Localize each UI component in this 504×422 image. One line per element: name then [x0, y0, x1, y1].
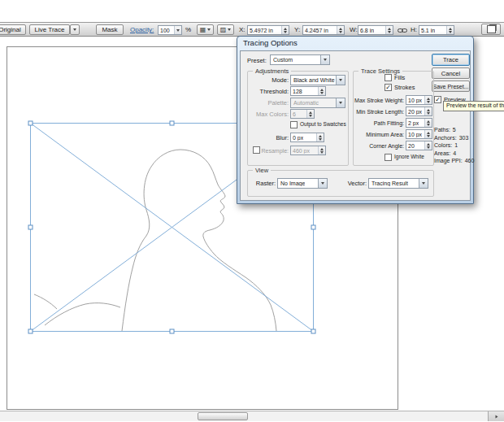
dialog-body: Preset: Custom Trace Cancel Save Preset.… [240, 50, 471, 201]
x-label: X: [239, 26, 245, 33]
minimum-area-stepper[interactable] [424, 130, 432, 138]
raster-dropdown[interactable]: No Image [277, 178, 328, 189]
w-stepper[interactable] [385, 26, 393, 34]
resample-checkbox[interactable] [253, 146, 260, 154]
x-stepper[interactable] [281, 26, 289, 34]
minimum-area-field[interactable]: 10 px [406, 129, 432, 139]
stepper-down-icon [320, 92, 324, 94]
raster-view-button[interactable]: ▦ [197, 24, 214, 35]
corner-angle-field[interactable]: 20 [406, 141, 432, 150]
trace-button[interactable]: Trace [432, 54, 470, 66]
opacity-link[interactable]: Opacity: [130, 26, 154, 33]
selection-handle[interactable] [311, 329, 315, 333]
fills-checkbox[interactable] [385, 74, 392, 81]
horizontal-scrollbar[interactable] [0, 411, 504, 421]
h-field[interactable]: 5.1 in [419, 25, 454, 35]
live-trace-button[interactable]: Live Trace [29, 24, 70, 35]
min-stroke-length-stepper[interactable] [424, 107, 432, 115]
threshold-field[interactable]: 128 [290, 86, 326, 96]
adjustments-legend: Adjustments [253, 67, 291, 75]
live-trace-presets-arrow[interactable] [70, 24, 80, 35]
stat-label: Image PPI: [434, 157, 463, 165]
h-label: H: [411, 26, 417, 33]
output-to-swatches-checkbox[interactable] [290, 121, 298, 128]
selection-handle[interactable] [28, 225, 33, 229]
dropdown-arrow [336, 98, 345, 107]
selection-handle[interactable] [311, 225, 315, 229]
stat-value: 303 [459, 134, 469, 142]
opacity-value: 100 [160, 28, 170, 33]
y-field[interactable]: 4.2457 in [302, 25, 345, 35]
resample-field: 460 px [290, 146, 326, 155]
ignore-white-checkbox[interactable] [385, 154, 392, 161]
blur-field[interactable]: 0 px [290, 133, 324, 142]
y-value: 4.2457 in [305, 28, 328, 33]
dock-panel-button[interactable] [481, 24, 501, 35]
h-stepper[interactable] [446, 26, 454, 34]
path-fitting-field[interactable]: 2 px [406, 118, 432, 128]
x-field[interactable]: 5.4972 in [247, 25, 289, 35]
chevron-down-icon [228, 28, 231, 31]
w-field[interactable]: 6.8 in [358, 25, 393, 35]
illustrator-window: Original Live Trace Mask Opacity: 100 % … [0, 0, 504, 422]
vector-dropdown[interactable]: Tracing Result [368, 178, 428, 189]
vector-value: Tracing Result [371, 181, 408, 186]
chevron-down-icon [339, 102, 342, 104]
strokes-label: Strokes [394, 84, 415, 91]
trace-stats: Paths:5 Anchors:303 Colors:1 Areas:4 Ima… [434, 126, 474, 165]
stepper-up-icon [427, 120, 430, 123]
original-view-button[interactable]: Original [0, 24, 26, 35]
selection-handle[interactable] [170, 329, 174, 333]
preset-dropdown[interactable]: Custom [270, 54, 330, 65]
resample-stepper [318, 146, 325, 154]
selection-handle[interactable] [28, 121, 33, 125]
opacity-dropdown[interactable] [174, 26, 181, 34]
mode-dropdown[interactable]: Black and White [290, 75, 345, 85]
max-colors-field: 6 [290, 109, 315, 119]
dropdown-arrow [419, 179, 428, 188]
max-stroke-weight-stepper[interactable] [424, 96, 432, 104]
stepper-up-icon [320, 89, 324, 91]
save-preset-button[interactable]: Save Preset... [432, 80, 470, 92]
stepper-down-icon [427, 146, 430, 149]
preview-checkbox[interactable]: ✓ [434, 96, 441, 103]
selection-handle[interactable] [170, 121, 174, 125]
y-label: Y: [294, 26, 300, 33]
stat-label: Paths: [434, 126, 450, 134]
chevron-down-icon [422, 182, 425, 185]
scrollbar-thumb[interactable] [198, 412, 248, 420]
palette-dropdown: Automatic [290, 98, 345, 108]
corner-angle-stepper[interactable] [424, 141, 432, 150]
preset-label: Preset: [247, 55, 267, 65]
stat-value: 5 [453, 126, 456, 134]
max-stroke-weight-label: Max Stroke Weight: [354, 95, 404, 105]
path-fitting-stepper[interactable] [424, 119, 432, 127]
threshold-stepper[interactable] [318, 87, 325, 95]
mask-button[interactable]: Mask [96, 24, 124, 35]
stepper-down-icon [427, 135, 430, 137]
stat-value: 4 [453, 150, 456, 158]
blur-stepper[interactable] [316, 133, 324, 141]
strokes-checkbox[interactable]: ✓ [385, 84, 392, 91]
selection-handle[interactable] [28, 329, 33, 333]
stepper-down-icon [427, 124, 430, 126]
y-stepper[interactable] [337, 26, 344, 34]
stepper-down-icon [427, 112, 430, 115]
vector-view-button[interactable]: ▨ [217, 24, 234, 35]
cancel-button[interactable]: Cancel [432, 67, 470, 79]
mode-value: Black and White [293, 77, 335, 83]
stepper-up-icon [320, 148, 324, 150]
dialog-title[interactable]: Tracing Options [237, 37, 473, 50]
min-stroke-length-value: 20 px [408, 109, 422, 115]
tracing-options-dialog: Tracing Options Preset: Custom Trace Can… [237, 36, 474, 204]
save-preset-label: Save Preset... [433, 84, 469, 89]
max-stroke-weight-field[interactable]: 10 px [406, 95, 432, 105]
stepper-down-icon [319, 138, 322, 141]
min-stroke-length-field[interactable]: 20 px [406, 107, 432, 116]
max-colors-stepper [306, 110, 314, 118]
scrollbar-corner[interactable] [488, 411, 504, 421]
constrain-proportions-icon[interactable] [398, 26, 408, 34]
opacity-field[interactable]: 100 [158, 25, 182, 35]
chevron-down-icon [324, 59, 327, 61]
raster-image-icon: ▦ [200, 27, 206, 33]
